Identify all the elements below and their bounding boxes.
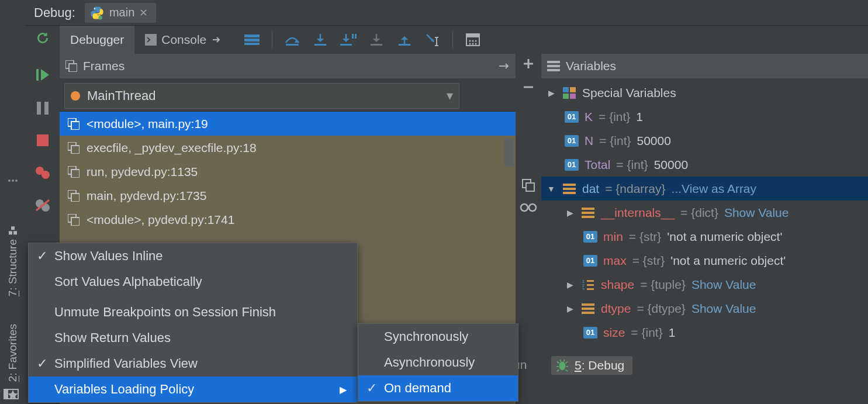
debug-title-bar: Debug: main ✕ xyxy=(26,0,868,26)
svg-point-52 xyxy=(521,204,528,211)
console-tab[interactable]: Console xyxy=(134,26,232,54)
frame-row[interactable]: run, pydevd.py:1135 xyxy=(60,160,516,184)
ctx-sync[interactable]: Synchronously xyxy=(358,324,518,350)
stack-frame-icon xyxy=(68,142,79,154)
thread-selector[interactable]: MainThread ▾ xyxy=(64,83,459,109)
tool-windows-icon[interactable] xyxy=(4,388,19,400)
svg-point-2 xyxy=(15,179,18,182)
expand-icon[interactable]: ▶ xyxy=(565,280,575,289)
ctx-async[interactable]: Asynchronously xyxy=(358,350,518,375)
svg-rect-61 xyxy=(563,184,576,186)
add-watch-icon[interactable] xyxy=(522,57,535,70)
svg-rect-41 xyxy=(71,122,79,130)
ctx-on-demand[interactable]: ✓On demand xyxy=(358,375,518,401)
var-row[interactable]: ▼ dat= {ndarray} ...View as Array xyxy=(541,177,868,201)
collapse-icon[interactable]: ▼ xyxy=(546,184,556,194)
step-over-icon[interactable] xyxy=(278,26,306,54)
variables-panel: Variables ▶ Special Variables 01 K= {int… xyxy=(541,54,868,404)
var-label: Special Variables xyxy=(582,86,676,100)
run-config-tab[interactable]: main ✕ xyxy=(85,3,156,23)
stop-icon[interactable] xyxy=(37,134,49,146)
favorites-tool-window-button[interactable]: 2: Favorites xyxy=(6,319,19,386)
variables-tree[interactable]: ▶ Special Variables 01 K= {int}1 01 N= {… xyxy=(541,78,868,404)
step-into-my-code-icon[interactable] xyxy=(334,26,362,54)
svg-rect-58 xyxy=(570,87,576,92)
expand-icon[interactable]: ▶ xyxy=(565,304,575,313)
thread-name: MainThread xyxy=(87,88,155,103)
structure-tool-window-button[interactable]: 7: Structure xyxy=(6,220,19,301)
int-icon: 01 xyxy=(565,159,579,171)
variables-icon xyxy=(547,61,560,71)
debugger-tab[interactable]: Debugger xyxy=(60,26,134,54)
ctx-show-return-values[interactable]: Show Return Values xyxy=(29,325,357,351)
svg-rect-7 xyxy=(4,389,8,399)
expand-icon[interactable]: ▶ xyxy=(546,88,556,98)
svg-point-53 xyxy=(529,204,536,211)
close-icon[interactable]: ✕ xyxy=(139,6,148,19)
rerun-icon[interactable] xyxy=(35,30,50,46)
frame-row[interactable]: main, pydevd.py:1735 xyxy=(60,184,516,208)
var-row[interactable]: ▶ Special Variables xyxy=(541,81,868,105)
int-icon: 01 xyxy=(565,135,579,147)
step-out-icon[interactable] xyxy=(390,26,419,54)
show-value-link[interactable]: Show Value xyxy=(691,278,756,292)
evaluate-expression-icon[interactable] xyxy=(459,26,487,54)
svg-point-76 xyxy=(559,362,566,371)
var-row[interactable]: ▶ 123 shape= {tuple} Show Value xyxy=(541,272,868,296)
left-tool-rails: 7: Structure 2: Favorites xyxy=(0,0,26,404)
svg-rect-43 xyxy=(71,146,79,154)
var-row[interactable]: 01 Total= {int}50000 xyxy=(541,153,868,177)
svg-rect-19 xyxy=(355,34,357,39)
var-row[interactable]: ▶ dtype= {dtype} Show Value xyxy=(541,296,868,320)
resume-icon[interactable] xyxy=(36,68,49,82)
svg-rect-54 xyxy=(547,61,560,63)
var-row[interactable]: 01 size= {int}1 xyxy=(541,320,868,344)
pause-icon[interactable] xyxy=(37,102,49,115)
svg-rect-13 xyxy=(244,39,260,42)
view-as-array-link[interactable]: ...View as Array xyxy=(672,182,757,196)
variables-title: Variables xyxy=(566,59,616,73)
var-row[interactable]: 01 max= {str}'not a numeric object' xyxy=(541,248,868,272)
var-row[interactable]: 01 N= {int}50000 xyxy=(541,129,868,153)
var-name: dat xyxy=(582,182,599,196)
run-to-cursor-icon[interactable] xyxy=(419,26,447,54)
ctx-show-values-inline[interactable]: ✓Show Values Inline xyxy=(29,243,357,269)
debug-tool-window-button[interactable]: 5: Debug xyxy=(551,356,632,375)
svg-rect-47 xyxy=(71,194,79,202)
restore-layout-icon[interactable] xyxy=(498,61,510,71)
ctx-simplified-view[interactable]: ✓Simplified Variables View xyxy=(29,351,357,377)
svg-point-26 xyxy=(475,40,477,42)
structure-icon xyxy=(8,225,18,236)
frame-row[interactable]: <module>, main.py:19 xyxy=(60,112,516,136)
copy-icon[interactable] xyxy=(522,179,535,192)
view-breakpoints-icon[interactable] xyxy=(35,166,50,179)
frame-row[interactable]: <module>, pydevd.py:1741 xyxy=(60,208,516,232)
mute-breakpoints-icon[interactable] xyxy=(35,199,50,212)
check-icon: ✓ xyxy=(36,356,49,371)
ctx-variables-loading-policy[interactable]: Variables Loading Policy▶ xyxy=(29,377,357,402)
svg-rect-31 xyxy=(37,102,41,115)
show-value-link[interactable]: Show Value xyxy=(724,206,789,220)
expand-icon[interactable]: ▶ xyxy=(565,208,575,217)
ctx-sort-alpha[interactable]: Sort Values Alphabetically xyxy=(29,269,357,295)
var-value: 'not a numeric object' xyxy=(667,230,782,244)
show-value-link[interactable]: Show Value xyxy=(691,302,756,316)
var-name: shape xyxy=(601,278,634,292)
force-step-into-icon[interactable] xyxy=(362,26,390,54)
watches-icon[interactable] xyxy=(520,202,537,213)
frames-icon xyxy=(65,60,77,72)
step-into-icon[interactable] xyxy=(306,26,334,54)
var-row[interactable]: ▶ __internals__= {dict} Show Value xyxy=(541,201,868,225)
svg-rect-75 xyxy=(582,312,594,314)
svg-rect-55 xyxy=(547,65,560,67)
var-row[interactable]: 01 min= {str}'not a numeric object' xyxy=(541,225,868,248)
frame-label: run, pydevd.py:1135 xyxy=(87,165,198,179)
remove-watch-icon[interactable] xyxy=(522,81,535,94)
var-row[interactable]: 01 K= {int}1 xyxy=(541,105,868,129)
thread-dump-icon[interactable] xyxy=(238,26,266,54)
var-name: __internals__ xyxy=(601,206,675,220)
ctx-unmute-breakpoints[interactable]: Unmute Breakpoints on Session Finish xyxy=(29,299,357,325)
svg-rect-23 xyxy=(466,34,479,37)
frame-row[interactable]: execfile, _pydev_execfile.py:18 xyxy=(60,136,516,160)
chevron-down-icon: ▾ xyxy=(447,88,453,103)
